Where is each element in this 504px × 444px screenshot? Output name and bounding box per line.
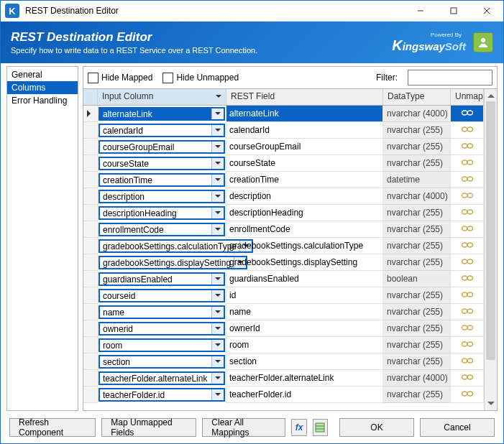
cancel-button[interactable]: Cancel <box>420 418 495 437</box>
table-row[interactable]: roomroomnvarchar (255) <box>83 337 484 353</box>
chevron-down-icon[interactable] <box>211 125 224 136</box>
table-row[interactable]: creationTimecreationTimedatetime <box>83 172 484 188</box>
input-column-combo[interactable]: teacherFolder.alternateLink <box>98 371 225 385</box>
table-row[interactable]: descriptiondescriptionnvarchar (4000) <box>83 188 484 205</box>
chevron-down-icon[interactable] <box>211 158 224 169</box>
unmap-cell[interactable] <box>451 387 484 403</box>
chevron-down-icon[interactable] <box>211 224 224 235</box>
unmap-cell[interactable] <box>451 155 484 172</box>
input-column-cell[interactable]: gradebookSettings.calculationType <box>98 238 226 254</box>
chevron-down-icon[interactable] <box>211 373 224 384</box>
chevron-down-icon[interactable] <box>211 290 224 301</box>
row-selector[interactable] <box>83 337 98 353</box>
input-column-cell[interactable]: gradebookSettings.displaySetting <box>98 254 226 271</box>
table-row[interactable]: gradebookSettings.displaySettinggradeboo… <box>83 254 484 271</box>
input-column-combo[interactable]: courseGroupEmail <box>98 140 225 154</box>
chevron-down-icon[interactable] <box>211 108 224 119</box>
row-selector[interactable] <box>83 287 98 304</box>
input-column-combo[interactable]: alternateLink <box>98 107 225 121</box>
col-header-unmap[interactable]: Unmap <box>451 89 484 105</box>
input-column-combo[interactable]: name <box>98 305 225 319</box>
vertical-scrollbar[interactable] <box>484 89 497 410</box>
unmap-cell[interactable] <box>451 139 484 155</box>
unmap-cell[interactable] <box>451 254 484 271</box>
input-column-combo[interactable]: enrollmentCode <box>98 223 225 236</box>
input-column-combo[interactable]: ownerid <box>98 322 225 336</box>
hide-mapped-checkbox[interactable]: Hide Mapped <box>88 73 152 83</box>
input-column-combo[interactable]: description <box>98 190 225 203</box>
unmap-cell[interactable] <box>451 172 484 188</box>
minimize-button[interactable] <box>404 1 437 21</box>
row-selector[interactable] <box>83 122 98 139</box>
sidebar-item-error-handling[interactable]: Error Handling <box>7 94 78 107</box>
input-column-cell[interactable]: room <box>98 337 226 353</box>
filter-input[interactable] <box>408 70 492 85</box>
input-column-combo[interactable]: descriptionHeading <box>98 206 225 220</box>
table-row[interactable]: namenamenvarchar (255) <box>83 304 484 320</box>
sidebar-item-columns[interactable]: Columns <box>7 81 78 94</box>
input-column-cell[interactable]: descriptionHeading <box>98 205 226 221</box>
unmap-cell[interactable] <box>451 353 484 370</box>
table-row[interactable]: descriptionHeadingdescriptionHeadingnvar… <box>83 205 484 221</box>
row-selector[interactable] <box>83 205 98 221</box>
scroll-thumb[interactable] <box>486 101 495 360</box>
chevron-down-icon[interactable] <box>211 142 224 152</box>
row-selector[interactable] <box>83 139 98 155</box>
row-selector[interactable] <box>83 370 98 387</box>
unmap-cell[interactable] <box>451 320 484 337</box>
row-selector[interactable] <box>83 172 98 188</box>
input-column-cell[interactable]: creationTime <box>98 172 226 188</box>
table-row[interactable]: courseStatecourseStatenvarchar (255) <box>83 155 484 172</box>
scroll-down-icon[interactable] <box>485 398 497 410</box>
input-column-combo[interactable]: courseState <box>98 157 225 170</box>
chevron-down-icon[interactable] <box>211 274 224 285</box>
input-column-cell[interactable]: teacherFolder.id <box>98 387 226 403</box>
sidebar-item-general[interactable]: General <box>7 68 78 81</box>
table-row[interactable]: teacherFolder.alternateLinkteacherFolder… <box>83 370 484 387</box>
row-selector[interactable] <box>83 155 98 172</box>
table-row[interactable]: courseididnvarchar (255) <box>83 287 484 304</box>
map-unmapped-button[interactable]: Map Unmapped Fields <box>101 418 196 437</box>
input-column-cell[interactable]: teacherFolder.alternateLink <box>98 370 226 387</box>
chevron-down-icon[interactable] <box>211 307 224 318</box>
unmap-cell[interactable] <box>451 337 484 353</box>
scroll-up-icon[interactable] <box>485 89 497 101</box>
col-header-type[interactable]: DataType <box>383 89 451 105</box>
chevron-down-icon[interactable] <box>211 323 224 334</box>
row-selector[interactable] <box>83 221 98 238</box>
input-column-combo[interactable]: creationTime <box>98 173 225 187</box>
table-row[interactable]: teacherFolder.idteacherFolder.idnvarchar… <box>83 387 484 403</box>
row-selector[interactable] <box>83 271 98 287</box>
unmap-cell[interactable] <box>451 271 484 287</box>
table-row[interactable]: gradebookSettings.calculationTypegradebo… <box>83 238 484 254</box>
input-column-combo[interactable]: courseid <box>98 289 225 302</box>
unmap-cell[interactable] <box>451 106 484 122</box>
row-selector[interactable] <box>83 387 98 403</box>
row-selector[interactable] <box>83 238 98 254</box>
unmap-cell[interactable] <box>451 238 484 254</box>
row-selector[interactable] <box>83 320 98 337</box>
unmap-cell[interactable] <box>451 221 484 238</box>
table-row[interactable]: calendarIdcalendarIdnvarchar (255) <box>83 122 484 139</box>
chevron-down-icon[interactable] <box>211 191 224 202</box>
input-column-combo[interactable]: room <box>98 338 225 352</box>
input-column-cell[interactable]: calendarId <box>98 122 226 139</box>
table-row[interactable]: alternateLinkalternateLinknvarchar (4000… <box>83 106 484 122</box>
input-column-combo[interactable]: guardiansEnabled <box>98 272 225 286</box>
chevron-down-icon[interactable] <box>211 175 224 185</box>
input-column-cell[interactable]: courseState <box>98 155 226 172</box>
table-row[interactable]: owneridownerIdnvarchar (255) <box>83 320 484 337</box>
expression-button[interactable]: fx <box>291 419 306 436</box>
input-column-cell[interactable]: ownerid <box>98 320 226 337</box>
hide-unmapped-checkbox[interactable]: Hide Unmapped <box>162 73 239 83</box>
user-avatar[interactable] <box>473 32 493 52</box>
input-column-cell[interactable]: enrollmentCode <box>98 221 226 238</box>
input-column-combo[interactable]: gradebookSettings.displaySetting <box>98 256 247 269</box>
input-column-combo[interactable]: calendarId <box>98 124 225 137</box>
unmap-cell[interactable] <box>451 188 484 205</box>
input-column-cell[interactable]: guardiansEnabled <box>98 271 226 287</box>
row-selector[interactable] <box>83 188 98 205</box>
refresh-button[interactable]: Refresh Component <box>9 418 96 437</box>
maximize-button[interactable] <box>437 1 470 21</box>
row-selector[interactable] <box>83 353 98 370</box>
